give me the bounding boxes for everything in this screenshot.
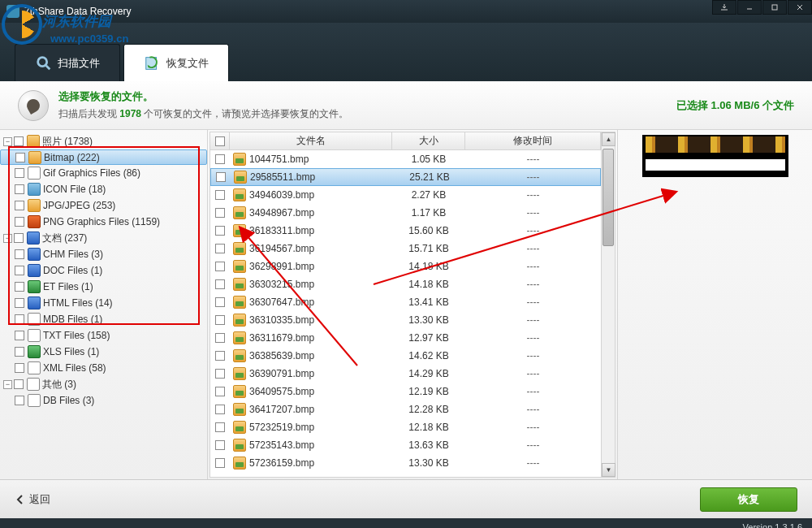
scroll-down-icon[interactable]: ▼ [602,463,615,477]
bmp-file-icon [233,260,246,273]
tree-item-icon[interactable]: ICON File (18) [0,181,207,197]
row-checkbox[interactable] [216,172,226,182]
file-row[interactable]: 29585511.bmp 25.21 KB ---- [210,168,601,186]
scrollbar-thumb[interactable] [603,149,614,246]
file-row[interactable]: 36409575.bmp 12.19 KB ---- [210,383,601,400]
bmp-file-icon [233,331,246,344]
tree-item-html[interactable]: HTML Files (14) [0,295,207,311]
row-checkbox[interactable] [215,297,225,307]
tree-item-mdb[interactable]: MDB Files (1) [0,311,207,327]
file-name: 36311679.bmp [249,332,314,344]
row-checkbox[interactable] [215,387,225,396]
footer-bar: 返回 恢复 [0,479,812,518]
row-checkbox[interactable] [215,226,225,236]
tree-item-bitmap[interactable]: Bitmap (222) [0,149,207,165]
tab-recover-files[interactable]: 恢复文件 [123,44,229,81]
row-checkbox[interactable] [215,405,225,414]
row-checkbox[interactable] [215,279,225,289]
banner-subtitle: 扫描后共发现 1978 个可恢复的文件，请预览并选择要恢复的文件。 [58,107,348,121]
col-size[interactable]: 大小 [392,132,465,149]
scroll-up-icon[interactable]: ▲ [602,132,615,146]
row-checkbox[interactable] [215,154,225,164]
bmp-file-icon [233,224,246,237]
file-row[interactable]: 36385639.bmp 14.62 KB ---- [210,347,601,365]
row-checkbox[interactable] [215,440,225,450]
file-name: 29585511.bmp [250,171,315,183]
file-mtime: ---- [466,171,600,183]
file-mtime: ---- [465,279,601,290]
file-row[interactable]: 1044751.bmp 1.05 KB ---- [210,150,601,168]
file-row[interactable]: 36298991.bmp 14.18 KB ---- [210,258,601,275]
row-checkbox[interactable] [215,190,225,200]
row-checkbox[interactable] [215,208,225,218]
row-checkbox[interactable] [215,351,225,361]
row-checkbox[interactable] [215,333,225,343]
row-checkbox[interactable] [215,315,225,325]
row-checkbox[interactable] [215,458,225,468]
tree-item-db[interactable]: DB Files (3) [0,392,207,409]
recover-button[interactable]: 恢复 [700,487,797,512]
close-button[interactable] [788,0,812,15]
xls-icon [28,345,41,358]
file-name: 36310335.bmp [249,314,314,326]
file-name: 36307647.bmp [249,296,314,308]
file-row[interactable]: 36194567.bmp 15.71 KB ---- [210,240,601,258]
file-row[interactable]: 36183311.bmp 15.60 KB ---- [210,222,601,240]
bmp-file-icon [233,439,246,452]
col-checkbox[interactable] [210,132,230,149]
file-row[interactable]: 57232519.bmp 12.18 KB ---- [210,418,601,436]
file-mtime: ---- [465,422,601,433]
tree-item-xml[interactable]: XML Files (58) [0,360,207,376]
maximize-button[interactable] [762,0,787,15]
scrollbar[interactable]: ▲ ▼ [601,132,615,477]
tree-item-txt[interactable]: TXT Files (158) [0,327,207,344]
banner-title: 选择要恢复的文件。 [58,89,348,104]
file-row[interactable]: 57235143.bmp 13.63 KB ---- [210,436,601,454]
file-row[interactable]: 57236159.bmp 13.30 KB ---- [210,454,601,472]
row-checkbox[interactable] [215,244,225,253]
tree-item-doc[interactable]: DOC Files (1) [0,262,207,279]
tree-cat-other[interactable]: −其他 (3) [0,376,207,392]
tab-scan-files[interactable]: 扫描文件 [15,44,120,81]
tree-item-jpg[interactable]: JPG/JPEG (253) [0,197,207,214]
file-row[interactable]: 36310335.bmp 13.30 KB ---- [210,311,601,329]
tree-item-gif[interactable]: Gif Graphics Files (86) [0,165,207,181]
tree-item-chm[interactable]: CHM Files (3) [0,246,207,262]
file-row[interactable]: 36417207.bmp 12.28 KB ---- [210,400,601,418]
tree-cat-photo[interactable]: −照片 (1738) [0,133,207,149]
file-name: 36303215.bmp [249,279,314,290]
file-name: 36194567.bmp [249,243,314,254]
col-mtime[interactable]: 修改时间 [465,132,601,149]
file-row[interactable]: 36390791.bmp 14.29 KB ---- [210,365,601,383]
preview-image [642,135,788,177]
tree-cat-doc[interactable]: −文档 (237) [0,230,207,246]
file-size: 13.30 KB [392,457,465,469]
file-mtime: ---- [465,439,601,451]
file-row[interactable]: 34946039.bmp 2.27 KB ---- [210,186,601,204]
file-row[interactable]: 34948967.bmp 1.17 KB ---- [210,204,601,222]
file-row[interactable]: 36311679.bmp 12.97 KB ---- [210,329,601,347]
col-name[interactable]: 文件名 [230,132,392,149]
bmp-file-icon [233,242,246,255]
tree-item-png[interactable]: PNG Graphics Files (1159) [0,214,207,230]
arrow-left-icon [15,494,26,505]
file-mtime: ---- [465,154,601,165]
file-list-header: 文件名 大小 修改时间 [210,132,601,150]
back-button[interactable]: 返回 [15,492,50,507]
file-name: 36298991.bmp [249,261,314,272]
tree-item-et[interactable]: ET Files (1) [0,279,207,295]
row-checkbox[interactable] [215,422,225,432]
file-row[interactable]: 36303215.bmp 14.18 KB ---- [210,275,601,293]
file-mtime: ---- [465,243,601,254]
file-row[interactable]: 36307647.bmp 13.41 KB ---- [210,293,601,311]
file-name: 57235143.bmp [249,439,314,451]
tree-item-xls[interactable]: XLS Files (1) [0,344,207,360]
file-size: 14.18 KB [392,261,465,272]
file-mtime: ---- [465,314,601,326]
row-checkbox[interactable] [215,369,225,379]
download-button[interactable] [712,0,736,15]
file-name: 36183311.bmp [249,225,314,236]
minimize-button[interactable] [737,0,762,15]
mdb-icon [28,313,41,326]
row-checkbox[interactable] [215,262,225,271]
